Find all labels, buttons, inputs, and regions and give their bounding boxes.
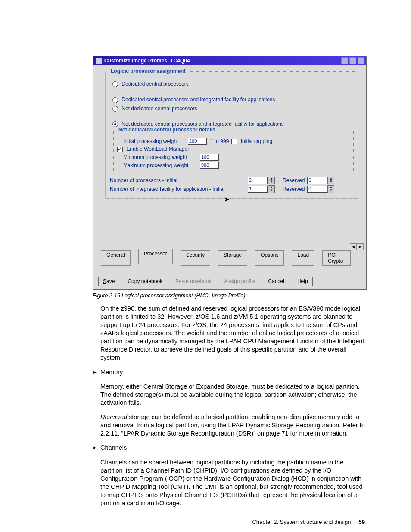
paragraph: Channels can be shared between logical p… [100,458,366,508]
reserved-ifa-input[interactable]: 0 ▲▼ [307,185,334,193]
save-button[interactable]: Save [98,277,119,286]
page-number: 59 [359,519,365,525]
chapter-label: Chapter 2. System structure and design [252,519,351,525]
radio-not-dedicated-cp[interactable]: Not dedicated central processors [112,106,354,112]
copy-notebook-button[interactable]: Copy notebook [123,277,167,286]
paragraph: Reserved storage can be defined to a log… [100,413,366,438]
hmc-dialog: Customize Image Profiles: TC4Q04 Logical… [93,56,367,290]
bullet-icon: ► [93,368,100,375]
nav-next-button[interactable]: ► [357,243,364,250]
paragraph: Memory, either Central Storage or Expand… [100,383,366,407]
radio-dedicated-cp-ifa[interactable]: Dedicated central processors and integra… [112,96,354,103]
body-text: On the z990, the sum of defined and rese… [93,305,366,508]
initial-weight-hint: 1 to 999 [210,138,229,144]
tab-general[interactable]: General [101,250,131,266]
initial-capping-checkbox[interactable]: Initial capping [231,138,272,144]
cancel-button[interactable]: Cancel [264,277,289,286]
tab-security[interactable]: Security [181,250,210,266]
num-ifa-input[interactable]: 1 ▲▼ [248,185,275,193]
min-weight-label: Minimum processing weight [123,154,200,160]
tab-bar: General Processor Security Storage Optio… [101,250,358,266]
tab-options[interactable]: Options [255,250,284,266]
spinner-buttons-icon: ▲▼ [268,177,275,184]
titlebar: Customize Image Profiles: TC4Q04 [93,56,366,65]
radio-icon [112,97,118,103]
bullet-memory: Memory [100,368,123,376]
assign-profile-button: Assign profile [220,277,260,286]
max-weight-input[interactable]: 900 [200,162,219,169]
min-weight-input[interactable]: 100 [200,154,219,161]
bullet-channels: Channels [100,444,127,452]
bullet-icon: ► [93,444,100,450]
close-icon[interactable] [358,57,364,64]
num-proc-input[interactable]: 2 ▲▼ [248,177,275,184]
tab-pci-crypto[interactable]: PCI Crypto [322,250,351,266]
not-dedicated-details-group: Not dedicated central processor details … [113,130,354,174]
tab-storage[interactable]: Storage [218,250,247,266]
tab-load[interactable]: Load [292,250,314,266]
initial-weight-input[interactable]: 200 [188,138,207,145]
num-proc-label: Number of processors - Initial [110,177,248,184]
reserved-proc-input[interactable]: 0 ▲▼ [307,177,334,184]
spinner-buttons-icon: ▲▼ [327,177,334,184]
checkbox-icon [231,139,237,144]
num-ifa-label: Number of integrated facility for applic… [110,186,248,192]
minimize-icon[interactable] [341,57,348,64]
page-footer: Chapter 2. System structure and design 5… [93,519,366,525]
checkbox-icon [117,147,123,152]
radio-icon [112,106,118,112]
radio-dedicated-cp[interactable]: Dedicated central processors [112,81,354,87]
help-button[interactable]: Help [293,277,313,286]
nav-prev-button[interactable]: ◄ [350,243,357,250]
paragraph: On the z990, the sum of defined and rese… [100,305,366,362]
tab-processor[interactable]: Processor [138,249,173,264]
reserved-label: Reserved [283,177,305,184]
subgroup-legend: Not dedicated central processor details [117,127,217,133]
radio-icon [112,81,118,87]
window-title: Customize Image Profiles: TC4Q04 [104,58,190,64]
logical-processor-group: Logical processor assignment Dedicated c… [105,71,358,199]
enable-wlm-checkbox[interactable]: Enable WorkLoad Manager [117,146,189,152]
spinner-buttons-icon: ▲▼ [327,185,334,193]
figure-caption: Figure 2-16 Logical processor assignment… [93,292,366,299]
paste-notebook-button: Paste notebook [171,277,216,286]
reserved-label: Reserved [283,186,305,192]
max-weight-label: Maximum processing weight [123,162,200,168]
cursor-icon: ➤ [224,195,230,203]
spinner-buttons-icon: ▲▼ [268,185,275,193]
maximize-icon[interactable] [349,57,356,64]
group-legend: Logical processor assignment [109,68,187,74]
button-row: Save Copy notebook Paste notebook Assign… [93,274,366,289]
window-icon [96,58,102,64]
radio-not-dedicated-cp-ifa[interactable]: Not dedicated central processors and int… [112,121,354,127]
initial-weight-label: Initial processing weight [123,138,188,144]
